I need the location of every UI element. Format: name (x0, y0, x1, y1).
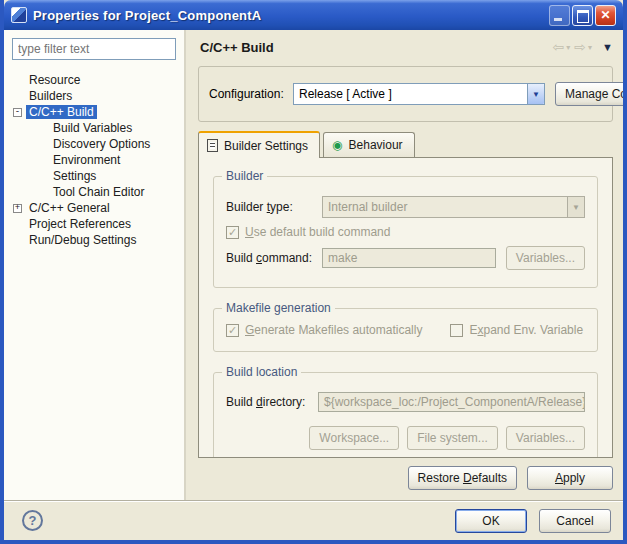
builder-group-title: Builder (222, 169, 267, 183)
properties-tree: Resource Builders - C/C++ Build Build Va… (12, 72, 178, 248)
build-command-field: make (322, 248, 496, 268)
form-icon (207, 139, 218, 152)
builder-type-label: Builder type: (226, 200, 322, 214)
tree-item-tool-chain-editor[interactable]: Tool Chain Editor (12, 184, 178, 200)
makefile-generation-title: Makefile generation (222, 301, 335, 315)
builder-type-select: Internal builder ▼ (322, 196, 585, 218)
builder-settings-panel: Builder Builder type: Internal builder ▼… (198, 157, 613, 458)
makefile-generation-group: Makefile generation ✓ Generate Makefiles… (213, 308, 598, 352)
use-default-build-command-checkbox: ✓ (226, 226, 239, 239)
navigation-panel: Resource Builders - C/C++ Build Build Va… (4, 30, 186, 500)
tree-item-builders[interactable]: Builders (12, 88, 178, 104)
close-button[interactable]: ✕ (595, 5, 616, 26)
tree-item-resource[interactable]: Resource (12, 72, 178, 88)
variables-location-button: Variables... (506, 426, 585, 450)
expand-env-refs-label: Expand Env. Variable Refs in M (469, 323, 585, 337)
build-command-label: Build command: (226, 251, 322, 265)
tab-bar: Builder Settings ◉ Behaviour (198, 131, 615, 157)
build-directory-label: Build directory: (226, 395, 318, 409)
manage-configurations-button[interactable]: Manage Configurations... (555, 82, 627, 106)
ok-button[interactable]: OK (455, 509, 527, 533)
back-dropdown-icon[interactable]: ▾ (566, 43, 570, 52)
tree-item-discovery-options[interactable]: Discovery Options (12, 136, 178, 152)
app-icon (11, 7, 27, 23)
configuration-label: Configuration: (209, 87, 293, 101)
properties-dialog: Properties for Project_ComponentA ✕ Reso… (0, 0, 627, 544)
collapse-icon[interactable]: - (13, 108, 22, 117)
use-default-build-command-label: Use default build command (245, 225, 390, 239)
workspace-button: Workspace... (309, 426, 399, 450)
page-title: C/C++ Build (200, 40, 274, 55)
tab-behaviour[interactable]: ◉ Behaviour (323, 132, 415, 157)
restore-defaults-button[interactable]: Restore Defaults (408, 466, 517, 490)
tree-item-build-variables[interactable]: Build Variables (12, 120, 178, 136)
generate-makefiles-checkbox: ✓ (226, 324, 239, 337)
expand-icon[interactable]: + (13, 204, 22, 213)
build-location-title: Build location (222, 365, 301, 379)
title-bar[interactable]: Properties for Project_ComponentA ✕ (4, 0, 623, 30)
tab-builder-settings[interactable]: Builder Settings (198, 131, 320, 158)
generate-makefiles-label: Generate Makefiles automatically (245, 323, 422, 337)
configuration-section: Configuration: Release [ Active ] ▼ Mana… (198, 66, 613, 122)
apply-button[interactable]: Apply (527, 466, 613, 490)
view-menu-icon[interactable]: ▼ (602, 41, 613, 53)
content-panel: C/C++ Build ⇦ ▾ ⇨ ▾ ▼ Configuration: Rel… (186, 30, 623, 500)
builder-group: Builder Builder type: Internal builder ▼… (213, 176, 598, 288)
dialog-footer: ? OK Cancel (4, 500, 623, 540)
build-location-group: Build location Build directory: ${worksp… (213, 372, 598, 458)
forward-dropdown-icon[interactable]: ▾ (588, 43, 592, 52)
filter-input[interactable] (12, 38, 176, 60)
combo-arrow-icon: ▼ (567, 197, 584, 217)
cancel-button[interactable]: Cancel (539, 509, 611, 533)
configuration-select[interactable]: Release [ Active ] ▼ (293, 83, 545, 105)
tree-item-environment[interactable]: Environment (12, 152, 178, 168)
tree-item-run-debug-settings[interactable]: Run/Debug Settings (12, 232, 178, 248)
tree-item-ccpp-build[interactable]: - C/C++ Build (12, 104, 178, 120)
back-icon[interactable]: ⇦ (553, 40, 565, 54)
window-title: Properties for Project_ComponentA (33, 8, 261, 23)
tree-item-settings[interactable]: Settings (12, 168, 178, 184)
target-icon: ◉ (332, 139, 342, 151)
build-directory-field: ${workspace_loc:/Project_ComponentA/Rele… (318, 392, 585, 412)
tree-item-ccpp-general[interactable]: + C/C++ General (12, 200, 178, 216)
maximize-button[interactable] (572, 5, 593, 26)
expand-env-refs-checkbox (450, 324, 463, 337)
forward-icon[interactable]: ⇨ (574, 40, 586, 54)
file-system-button: File system... (407, 426, 498, 450)
combo-arrow-icon[interactable]: ▼ (527, 84, 544, 104)
tree-item-project-references[interactable]: Project References (12, 216, 178, 232)
variables-button: Variables... (506, 246, 585, 270)
help-icon[interactable]: ? (22, 510, 43, 531)
minimize-button[interactable] (549, 5, 570, 26)
